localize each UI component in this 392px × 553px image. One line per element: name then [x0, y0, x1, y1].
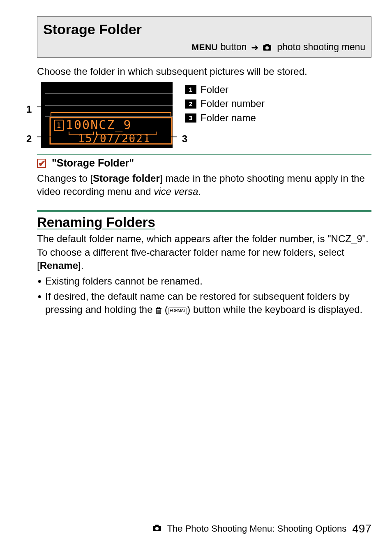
chapter-title: The Photo Shooting Menu: Shooting Option…: [167, 523, 347, 535]
legend-row: 2 Folder number: [185, 97, 265, 110]
para-post: ].: [78, 260, 83, 271]
legend-num: 3: [185, 113, 196, 123]
legend-num: 1: [185, 85, 196, 94]
legend-label: Folder number: [201, 97, 265, 110]
legend-label: Folder: [201, 83, 228, 96]
section-para: The default folder name, which appears a…: [37, 232, 371, 272]
camera-icon: [263, 42, 274, 52]
header-top: Storage Folder: [37, 17, 371, 40]
lcd-figure: 1 2 3 1 100NCZ_9 15/07/2021: [37, 82, 177, 148]
intro-text: Choose the folder in which subsequent pi…: [37, 65, 371, 78]
note-em: vice versa: [154, 186, 198, 197]
menu-button-suffix: button: [218, 42, 247, 52]
page-footer: The Photo Shooting Menu: Shooting Option…: [152, 521, 371, 537]
note-pre: Changes to [: [37, 173, 93, 184]
arrow-right-icon: ➜: [251, 42, 258, 53]
svg-text:100NCZ_9: 100NCZ_9: [66, 118, 132, 132]
callout-3: 3: [182, 132, 187, 146]
para-pre: The default folder name, which appears a…: [37, 233, 369, 271]
legend-row: 3 Folder name: [185, 111, 265, 125]
checkbox-icon: [37, 159, 46, 168]
svg-point-2: [265, 46, 269, 49]
svg-text:15/07/2021: 15/07/2021: [78, 132, 151, 145]
note-bold: Storage folder: [93, 173, 160, 184]
svg-rect-25: [155, 525, 159, 527]
list-item: Existing folders cannot be renamed.: [37, 275, 371, 288]
menu-button-label: MENU: [191, 42, 218, 52]
legend-num: 2: [185, 99, 196, 109]
header-breadcrumb: MENU button ➜ photo shooting menu: [37, 40, 371, 57]
para-bold: Rename: [40, 260, 78, 271]
legend-row: 1 Folder: [185, 83, 265, 96]
page-number: 497: [352, 521, 371, 537]
breadcrumb-target: photo shooting menu: [277, 42, 365, 52]
header-bar: Storage Folder MENU button ➜ photo shoot…: [37, 16, 371, 58]
figure-row: 1 2 3 1 100NCZ_9 15/07/2021: [37, 82, 371, 148]
page-title: Storage Folder: [43, 20, 365, 39]
note-post: .: [198, 186, 201, 197]
note-heading: "Storage Folder": [37, 155, 371, 170]
section-heading: Renaming Folders: [37, 213, 371, 232]
trash-icon: [155, 304, 162, 317]
legend-label: Folder name: [201, 111, 256, 125]
camera-icon: [152, 523, 161, 535]
callout-1: 1: [26, 103, 32, 116]
svg-point-26: [155, 527, 159, 530]
bullet-post: button while the keyboard is displayed.: [190, 304, 362, 315]
callout-2: 2: [26, 132, 32, 146]
svg-rect-1: [265, 44, 269, 46]
bullet-text: Existing folders cannot be renamed.: [45, 275, 203, 287]
note-body: Changes to [Storage folder] made in the …: [37, 172, 371, 199]
svg-text:1: 1: [57, 121, 61, 130]
note-title: "Storage Folder": [52, 156, 134, 170]
lcd-svg: 1 100NCZ_9 15/07/2021: [37, 82, 177, 148]
bullet-list: Existing folders cannot be renamed. If d…: [37, 275, 371, 317]
figure-legend: 1 Folder 2 Folder number 3 Folder name: [185, 82, 265, 125]
list-item: If desired, the default name can be rest…: [37, 290, 371, 318]
svg-rect-23: [158, 307, 160, 308]
format-icon: FORMAT: [168, 308, 187, 314]
section-rule: [37, 210, 371, 212]
